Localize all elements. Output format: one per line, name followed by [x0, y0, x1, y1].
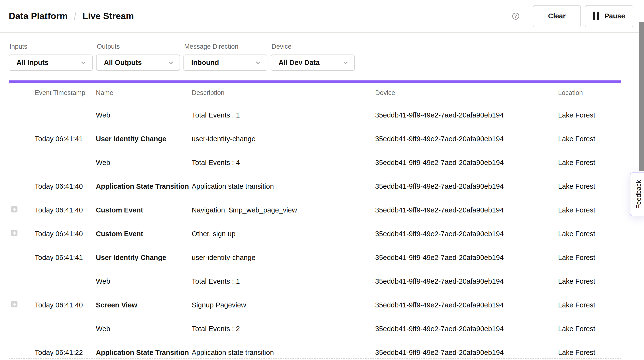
accent-divider [9, 80, 621, 83]
device-cell: 35eddb41-9ff9-49e2-7aed-20afa90eb194 [375, 349, 558, 357]
description-cell: Other, sign up [192, 230, 375, 238]
breadcrumb: Data Platform / Live Stream [9, 10, 134, 23]
top-bar: Data Platform / Live Stream ? Clear Paus… [0, 0, 644, 33]
event-name-cell: Application State Transition [96, 182, 192, 190]
outputs-filter-label: Outputs [97, 43, 180, 50]
message-direction-select[interactable]: Inbound [184, 54, 268, 71]
clear-button[interactable]: Clear [533, 5, 581, 27]
device-select-value: All Dev Data [278, 59, 320, 67]
partial-next-row [9, 358, 621, 359]
pause-icon [593, 12, 599, 20]
event-name-cell: Application State Transition [96, 349, 192, 357]
device-cell: 35eddb41-9ff9-49e2-7aed-20afa90eb194 [375, 230, 558, 238]
filter-device: Device All Dev Data [271, 33, 355, 71]
description-cell: Signup Pageview [192, 301, 375, 309]
feedback-tab-label: Feedback [635, 180, 642, 209]
expand-row-button[interactable] [11, 206, 18, 212]
event-timestamp-cell: Today 06:41:40 [35, 301, 96, 309]
table-row[interactable]: Today 06:41:40Screen ViewSignup Pageview… [9, 293, 621, 317]
event-name-cell: Web [96, 159, 192, 167]
expander-cell [9, 230, 35, 238]
filter-outputs: Outputs All Outputs [96, 33, 180, 71]
column-header-name: Name [96, 89, 192, 97]
column-header-description: Description [192, 89, 375, 97]
location-cell: Lake Forest [558, 349, 621, 357]
event-timestamp-cell: Today 06:41:40 [35, 230, 96, 238]
event-name-cell: Custom Event [96, 230, 192, 238]
event-timestamp-cell: Today 06:41:40 [35, 182, 96, 190]
clear-button-label: Clear [548, 12, 566, 20]
expander-cell [9, 301, 35, 309]
device-cell: 35eddb41-9ff9-49e2-7aed-20afa90eb194 [375, 206, 558, 214]
description-cell: Total Events : 2 [192, 325, 375, 333]
table-row[interactable]: WebTotal Events : 435eddb41-9ff9-49e2-7a… [9, 151, 621, 175]
pause-button[interactable]: Pause [585, 5, 633, 27]
filter-bar: Inputs All Inputs Outputs All Outputs Me… [9, 33, 621, 71]
filter-inputs: Inputs All Inputs [9, 33, 93, 71]
description-cell: Total Events : 1 [192, 111, 375, 119]
feedback-tab[interactable]: Feedback [630, 173, 644, 216]
event-name-cell: Screen View [96, 301, 192, 309]
table-row[interactable]: Today 06:41:22Application State Transiti… [9, 341, 621, 360]
breadcrumb-data-platform[interactable]: Data Platform [9, 11, 68, 21]
event-name-cell: Custom Event [96, 206, 192, 214]
description-cell: Application state transition [192, 182, 375, 190]
location-cell: Lake Forest [558, 277, 621, 285]
chevron-down-icon [255, 59, 262, 66]
table-row[interactable]: WebTotal Events : 135eddb41-9ff9-49e2-7a… [9, 103, 621, 127]
description-cell: Application state transition [192, 349, 375, 357]
description-cell: user-identity-change [192, 135, 375, 143]
event-timestamp-cell: Today 06:41:41 [35, 135, 96, 143]
chevron-down-icon [80, 59, 87, 66]
table-row[interactable]: Today 06:41:40Custom EventOther, sign up… [9, 222, 621, 246]
table-header-row: Event Timestamp Name Description Device … [9, 83, 621, 103]
event-name-cell: Web [96, 325, 192, 333]
column-header-event-timestamp: Event Timestamp [35, 89, 96, 97]
inputs-select[interactable]: All Inputs [9, 54, 93, 71]
inputs-select-value: All Inputs [16, 59, 48, 67]
table-row[interactable]: WebTotal Events : 235eddb41-9ff9-49e2-7a… [9, 317, 621, 341]
column-header-device: Device [375, 89, 558, 97]
chevron-down-icon [168, 59, 174, 66]
message-direction-filter-label: Message Direction [184, 43, 268, 50]
breadcrumb-separator: / [74, 10, 76, 23]
event-name-cell: Web [96, 111, 192, 119]
breadcrumb-live-stream: Live Stream [82, 11, 134, 21]
device-cell: 35eddb41-9ff9-49e2-7aed-20afa90eb194 [375, 301, 558, 309]
live-stream-table: Event Timestamp Name Description Device … [9, 83, 621, 360]
table-row[interactable]: Today 06:41:40Application State Transiti… [9, 175, 621, 198]
event-timestamp-cell: Today 06:41:41 [35, 254, 96, 262]
outputs-select[interactable]: All Outputs [96, 54, 180, 71]
table-row[interactable]: Today 06:41:41User Identity Changeuser-i… [9, 127, 621, 151]
message-direction-select-value: Inbound [191, 59, 219, 67]
description-cell: Total Events : 4 [192, 159, 375, 167]
expand-row-button[interactable] [11, 230, 18, 236]
location-cell: Lake Forest [558, 325, 621, 333]
location-cell: Lake Forest [558, 254, 621, 262]
inputs-filter-label: Inputs [10, 43, 93, 50]
event-name-cell: User Identity Change [96, 135, 192, 143]
expand-row-button[interactable] [11, 301, 18, 307]
event-name-cell: Web [96, 277, 192, 285]
expander-cell [9, 206, 35, 214]
column-header-location: Location [558, 89, 621, 97]
device-select[interactable]: All Dev Data [271, 54, 355, 71]
help-icon[interactable]: ? [512, 12, 519, 20]
device-cell: 35eddb41-9ff9-49e2-7aed-20afa90eb194 [375, 254, 558, 262]
event-timestamp-cell: Today 06:41:40 [35, 206, 96, 214]
location-cell: Lake Forest [558, 230, 621, 238]
top-bar-actions: ? Clear Pause [512, 5, 633, 27]
location-cell: Lake Forest [558, 182, 621, 190]
event-name-cell: User Identity Change [96, 254, 192, 262]
device-cell: 35eddb41-9ff9-49e2-7aed-20afa90eb194 [375, 159, 558, 167]
table-row[interactable]: Today 06:41:41User Identity Changeuser-i… [9, 246, 621, 269]
location-cell: Lake Forest [558, 111, 621, 119]
table-row[interactable]: Today 06:41:40Custom EventNavigation, $m… [9, 198, 621, 222]
event-timestamp-cell: Today 06:41:22 [35, 349, 96, 357]
device-cell: 35eddb41-9ff9-49e2-7aed-20afa90eb194 [375, 182, 558, 190]
description-cell: Total Events : 1 [192, 277, 375, 285]
vertical-scrollbar-thumb[interactable] [639, 22, 644, 171]
description-cell: Navigation, $mp_web_page_view [192, 206, 375, 214]
outputs-select-value: All Outputs [104, 59, 142, 67]
table-row[interactable]: WebTotal Events : 135eddb41-9ff9-49e2-7a… [9, 269, 621, 293]
